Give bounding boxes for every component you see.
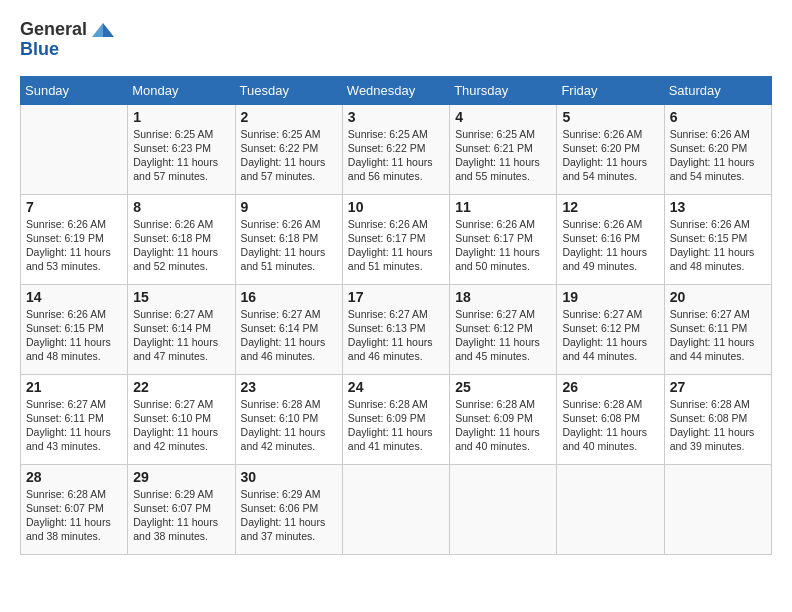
cell-info: Sunrise: 6:27 AM Sunset: 6:11 PM Dayligh… [26,397,122,454]
calendar-cell: 11Sunrise: 6:26 AM Sunset: 6:17 PM Dayli… [450,194,557,284]
day-number: 18 [455,289,551,305]
cell-info: Sunrise: 6:26 AM Sunset: 6:17 PM Dayligh… [455,217,551,274]
day-number: 14 [26,289,122,305]
logo-text: General Blue [20,20,114,60]
weekday-header: Monday [128,76,235,104]
cell-info: Sunrise: 6:26 AM Sunset: 6:15 PM Dayligh… [670,217,766,274]
day-number: 29 [133,469,229,485]
cell-info: Sunrise: 6:25 AM Sunset: 6:23 PM Dayligh… [133,127,229,184]
calendar-cell: 5Sunrise: 6:26 AM Sunset: 6:20 PM Daylig… [557,104,664,194]
calendar-cell [342,464,449,554]
calendar-cell: 20Sunrise: 6:27 AM Sunset: 6:11 PM Dayli… [664,284,771,374]
day-number: 12 [562,199,658,215]
cell-info: Sunrise: 6:26 AM Sunset: 6:15 PM Dayligh… [26,307,122,364]
calendar-cell [557,464,664,554]
cell-info: Sunrise: 6:25 AM Sunset: 6:21 PM Dayligh… [455,127,551,184]
cell-info: Sunrise: 6:28 AM Sunset: 6:10 PM Dayligh… [241,397,337,454]
day-number: 26 [562,379,658,395]
calendar-cell: 10Sunrise: 6:26 AM Sunset: 6:17 PM Dayli… [342,194,449,284]
calendar-cell: 9Sunrise: 6:26 AM Sunset: 6:18 PM Daylig… [235,194,342,284]
cell-info: Sunrise: 6:26 AM Sunset: 6:18 PM Dayligh… [133,217,229,274]
weekday-header: Saturday [664,76,771,104]
day-number: 27 [670,379,766,395]
cell-info: Sunrise: 6:25 AM Sunset: 6:22 PM Dayligh… [348,127,444,184]
calendar-cell: 17Sunrise: 6:27 AM Sunset: 6:13 PM Dayli… [342,284,449,374]
calendar-week-row: 1Sunrise: 6:25 AM Sunset: 6:23 PM Daylig… [21,104,772,194]
calendar-cell: 2Sunrise: 6:25 AM Sunset: 6:22 PM Daylig… [235,104,342,194]
weekday-header: Thursday [450,76,557,104]
weekday-header: Tuesday [235,76,342,104]
day-number: 19 [562,289,658,305]
day-number: 21 [26,379,122,395]
calendar-cell: 16Sunrise: 6:27 AM Sunset: 6:14 PM Dayli… [235,284,342,374]
calendar-cell: 22Sunrise: 6:27 AM Sunset: 6:10 PM Dayli… [128,374,235,464]
day-number: 6 [670,109,766,125]
cell-info: Sunrise: 6:26 AM Sunset: 6:17 PM Dayligh… [348,217,444,274]
cell-info: Sunrise: 6:26 AM Sunset: 6:20 PM Dayligh… [670,127,766,184]
cell-info: Sunrise: 6:29 AM Sunset: 6:07 PM Dayligh… [133,487,229,544]
calendar-cell: 23Sunrise: 6:28 AM Sunset: 6:10 PM Dayli… [235,374,342,464]
calendar-cell: 3Sunrise: 6:25 AM Sunset: 6:22 PM Daylig… [342,104,449,194]
day-number: 25 [455,379,551,395]
calendar-cell: 4Sunrise: 6:25 AM Sunset: 6:21 PM Daylig… [450,104,557,194]
page-header: General Blue [20,20,772,60]
day-number: 23 [241,379,337,395]
calendar-cell: 13Sunrise: 6:26 AM Sunset: 6:15 PM Dayli… [664,194,771,284]
calendar-cell: 25Sunrise: 6:28 AM Sunset: 6:09 PM Dayli… [450,374,557,464]
day-number: 7 [26,199,122,215]
cell-info: Sunrise: 6:27 AM Sunset: 6:13 PM Dayligh… [348,307,444,364]
calendar-header: SundayMondayTuesdayWednesdayThursdayFrid… [21,76,772,104]
day-number: 10 [348,199,444,215]
calendar-table: SundayMondayTuesdayWednesdayThursdayFrid… [20,76,772,555]
cell-info: Sunrise: 6:25 AM Sunset: 6:22 PM Dayligh… [241,127,337,184]
day-number: 20 [670,289,766,305]
day-number: 17 [348,289,444,305]
cell-info: Sunrise: 6:27 AM Sunset: 6:12 PM Dayligh… [455,307,551,364]
calendar-cell: 30Sunrise: 6:29 AM Sunset: 6:06 PM Dayli… [235,464,342,554]
calendar-week-row: 28Sunrise: 6:28 AM Sunset: 6:07 PM Dayli… [21,464,772,554]
cell-info: Sunrise: 6:27 AM Sunset: 6:12 PM Dayligh… [562,307,658,364]
calendar-week-row: 14Sunrise: 6:26 AM Sunset: 6:15 PM Dayli… [21,284,772,374]
day-number: 30 [241,469,337,485]
svg-marker-0 [103,23,114,37]
cell-info: Sunrise: 6:28 AM Sunset: 6:09 PM Dayligh… [348,397,444,454]
cell-info: Sunrise: 6:28 AM Sunset: 6:08 PM Dayligh… [670,397,766,454]
day-number: 24 [348,379,444,395]
day-number: 16 [241,289,337,305]
weekday-header: Wednesday [342,76,449,104]
cell-info: Sunrise: 6:28 AM Sunset: 6:09 PM Dayligh… [455,397,551,454]
cell-info: Sunrise: 6:29 AM Sunset: 6:06 PM Dayligh… [241,487,337,544]
calendar-cell: 29Sunrise: 6:29 AM Sunset: 6:07 PM Dayli… [128,464,235,554]
weekday-header: Friday [557,76,664,104]
day-number: 4 [455,109,551,125]
calendar-week-row: 21Sunrise: 6:27 AM Sunset: 6:11 PM Dayli… [21,374,772,464]
day-number: 22 [133,379,229,395]
calendar-cell: 28Sunrise: 6:28 AM Sunset: 6:07 PM Dayli… [21,464,128,554]
calendar-cell: 12Sunrise: 6:26 AM Sunset: 6:16 PM Dayli… [557,194,664,284]
day-number: 2 [241,109,337,125]
calendar-cell: 7Sunrise: 6:26 AM Sunset: 6:19 PM Daylig… [21,194,128,284]
logo: General Blue [20,20,114,60]
calendar-cell: 26Sunrise: 6:28 AM Sunset: 6:08 PM Dayli… [557,374,664,464]
day-number: 1 [133,109,229,125]
calendar-cell: 18Sunrise: 6:27 AM Sunset: 6:12 PM Dayli… [450,284,557,374]
cell-info: Sunrise: 6:27 AM Sunset: 6:14 PM Dayligh… [241,307,337,364]
cell-info: Sunrise: 6:26 AM Sunset: 6:16 PM Dayligh… [562,217,658,274]
cell-info: Sunrise: 6:27 AM Sunset: 6:11 PM Dayligh… [670,307,766,364]
cell-info: Sunrise: 6:26 AM Sunset: 6:19 PM Dayligh… [26,217,122,274]
weekday-header: Sunday [21,76,128,104]
day-number: 11 [455,199,551,215]
svg-marker-1 [92,23,103,37]
calendar-cell: 19Sunrise: 6:27 AM Sunset: 6:12 PM Dayli… [557,284,664,374]
calendar-cell [664,464,771,554]
cell-info: Sunrise: 6:28 AM Sunset: 6:07 PM Dayligh… [26,487,122,544]
calendar-cell: 24Sunrise: 6:28 AM Sunset: 6:09 PM Dayli… [342,374,449,464]
calendar-cell: 1Sunrise: 6:25 AM Sunset: 6:23 PM Daylig… [128,104,235,194]
cell-info: Sunrise: 6:26 AM Sunset: 6:18 PM Dayligh… [241,217,337,274]
calendar-cell: 8Sunrise: 6:26 AM Sunset: 6:18 PM Daylig… [128,194,235,284]
calendar-cell [21,104,128,194]
day-number: 3 [348,109,444,125]
day-number: 9 [241,199,337,215]
calendar-cell [450,464,557,554]
day-number: 15 [133,289,229,305]
